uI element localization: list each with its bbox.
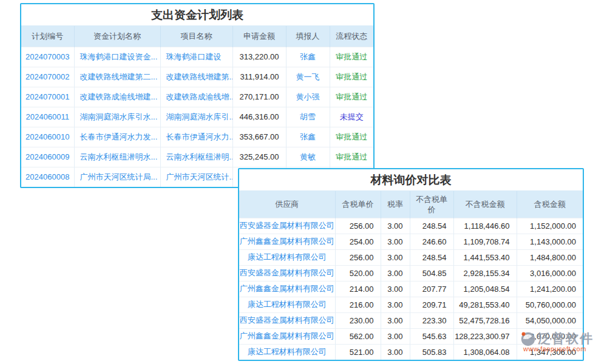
- apply-amount-cell: 325,245.00: [232, 147, 286, 167]
- quote-col-price-no-tax: 不含税单价: [410, 191, 453, 218]
- filler-cell: 胡雪: [286, 107, 330, 127]
- supplier-link[interactable]: 西安盛器金属材料有限公司: [239, 218, 335, 234]
- quote-col-rate: 税率: [381, 191, 410, 218]
- quote-table-row[interactable]: 广州鑫鑫金属材料有限公司 254.00 3.00 246.60 1,109,70…: [239, 234, 583, 249]
- supplier-link[interactable]: 广州鑫鑫金属材料有限公司: [239, 281, 335, 297]
- quote-table-row[interactable]: 康达工程材料有限公司 521.00 3.00 505.83 1,308,064.…: [239, 344, 583, 360]
- fund-plan-name-link[interactable]: 长春市伊通河水力发...: [74, 127, 160, 147]
- quote-col-amount-tax: 含税金额: [517, 191, 583, 218]
- amount-no-tax-cell: 49,281,553.40: [453, 297, 517, 312]
- price-no-tax-cell: 209.71: [410, 297, 453, 312]
- plan-table-row[interactable]: 2024060011 湖南洞庭湖水库引水... 湖南洞庭湖水库引... 446,…: [21, 107, 373, 127]
- fund-plan-name-link[interactable]: 改建铁路成渝线增建...: [74, 87, 160, 107]
- fund-plan-name-link[interactable]: 广州市天河区统计局...: [74, 167, 160, 187]
- status-cell[interactable]: 未提交: [330, 107, 373, 127]
- price-tax-cell: 521.00: [335, 344, 381, 360]
- plan-col-fund-name: 资金计划名称: [74, 26, 160, 47]
- tax-rate-cell: 3.00: [381, 312, 410, 328]
- project-name-link[interactable]: 湖南洞庭湖水库引...: [160, 107, 232, 127]
- apply-amount-cell: 313,220.00: [232, 47, 286, 67]
- tax-rate-cell: 3.00: [381, 218, 410, 234]
- supplier-link[interactable]: 康达工程材料有限公司: [239, 344, 335, 360]
- price-tax-cell: 562.00: [335, 328, 381, 344]
- plan-table-row[interactable]: 2024070003 珠海鹤港口建设资金... 珠海鹤港口建设 313,220.…: [21, 47, 373, 67]
- quote-col-supplier: 供应商: [239, 191, 335, 218]
- expenditure-plan-table-title: 支出资金计划列表: [21, 4, 373, 26]
- tax-rate-cell: 3.00: [381, 281, 410, 297]
- plan-col-project-name: 项目名称: [160, 26, 232, 47]
- price-no-tax-cell: 248.54: [410, 218, 453, 234]
- amount-no-tax-cell: 1,441,553.40: [453, 249, 517, 265]
- supplier-link[interactable]: 康达工程材料有限公司: [239, 249, 335, 265]
- filler-cell: 黄一飞: [286, 67, 330, 87]
- plan-col-filler: 填报人: [286, 26, 330, 47]
- project-name-link[interactable]: 改建铁路成渝线增...: [160, 87, 232, 107]
- tax-rate-cell: 3.00: [381, 265, 410, 281]
- plan-table-row[interactable]: 2024070001 改建铁路成渝线增建... 改建铁路成渝线增... 270,…: [21, 87, 373, 107]
- quote-table-row[interactable]: 康达工程材料有限公司 256.00 3.00 248.54 1,441,553.…: [239, 249, 583, 265]
- price-tax-cell: 254.00: [335, 234, 381, 249]
- amount-tax-cell: 50,760,000.00: [517, 297, 583, 312]
- quote-table-row[interactable]: 广州鑫鑫金属材料有限公司 562.00 3.00 545.63 128,223,…: [239, 328, 583, 344]
- status-cell[interactable]: 审批通过: [330, 67, 373, 87]
- plan-id-link[interactable]: 2024060010: [21, 127, 74, 147]
- status-cell[interactable]: 审批通过: [330, 127, 373, 147]
- amount-no-tax-cell: 1,109,708.74: [453, 234, 517, 249]
- plan-col-id: 计划编号: [21, 26, 74, 47]
- amount-no-tax-cell: 2,928,155.34: [453, 265, 517, 281]
- plan-table-row[interactable]: 2024070002 改建铁路线增建第二... 改建铁路线增建第... 311,…: [21, 67, 373, 87]
- supplier-link[interactable]: 广州鑫鑫金属材料有限公司: [239, 328, 335, 344]
- amount-tax-cell: 1,347,306.00: [517, 344, 583, 360]
- quote-table-row[interactable]: 西安盛器金属材料有限公司 520.00 3.00 504.85 2,928,15…: [239, 265, 583, 281]
- price-no-tax-cell: 246.60: [410, 234, 453, 249]
- fund-plan-name-link[interactable]: 湖南洞庭湖水库引水...: [74, 107, 160, 127]
- project-name-link[interactable]: 广州市天河区统计...: [160, 167, 232, 187]
- plan-id-link[interactable]: 2024060009: [21, 147, 74, 167]
- plan-id-link[interactable]: 2024070002: [21, 67, 74, 87]
- expenditure-plan-table-card: 支出资金计划列表 计划编号 资金计划名称 项目名称 申请金额 填报人 流程状态 …: [20, 3, 375, 188]
- plan-id-link[interactable]: 2024060008: [21, 167, 74, 187]
- plan-id-link[interactable]: 2024070003: [21, 47, 74, 67]
- plan-id-link[interactable]: 2024070001: [21, 87, 74, 107]
- supplier-link[interactable]: 西安盛器金属材料有限公司: [239, 265, 335, 281]
- amount-tax-cell: 1,152,000.00: [517, 218, 583, 234]
- plan-table-row[interactable]: 2024060010 长春市伊通河水力发... 长春市伊通河水力... 353,…: [21, 127, 373, 147]
- fund-plan-name-link[interactable]: 云南水利枢纽潜明水...: [74, 147, 160, 167]
- quote-col-amount-no-tax: 不含税金额: [453, 191, 517, 218]
- project-name-link[interactable]: 云南水利枢纽潜明...: [160, 147, 232, 167]
- price-no-tax-cell: 207.77: [410, 281, 453, 297]
- project-name-link[interactable]: 改建铁路线增建第...: [160, 67, 232, 87]
- price-no-tax-cell: 223.30: [410, 312, 453, 328]
- supplier-link[interactable]: 西安盛器金属材料有限公司: [239, 312, 335, 328]
- project-name-link[interactable]: 长春市伊通河水力...: [160, 127, 232, 147]
- quote-col-price-tax: 含税单价: [335, 191, 381, 218]
- fund-plan-name-link[interactable]: 改建铁路线增建第二...: [74, 67, 160, 87]
- amount-no-tax-cell: 128,223,300.97: [453, 328, 517, 344]
- project-name-link[interactable]: 珠海鹤港口建设: [160, 47, 232, 67]
- quote-table-row[interactable]: 西安盛器金属材料有限公司 230.00 3.00 223.30 52,475,7…: [239, 312, 583, 328]
- filler-cell: 张鑫: [286, 47, 330, 67]
- supplier-link[interactable]: 广州鑫鑫金属材料有限公司: [239, 234, 335, 249]
- fund-plan-name-link[interactable]: 珠海鹤港口建设资金...: [74, 47, 160, 67]
- plan-table-row[interactable]: 2024060009 云南水利枢纽潜明水... 云南水利枢纽潜明... 325,…: [21, 147, 373, 167]
- amount-no-tax-cell: 1,118,446.60: [453, 218, 517, 234]
- tax-rate-cell: 3.00: [381, 234, 410, 249]
- amount-tax-cell: 1,241,200.00: [517, 281, 583, 297]
- quote-table-row[interactable]: 西安盛器金属材料有限公司 256.00 3.00 248.54 1,118,44…: [239, 218, 583, 234]
- status-cell[interactable]: 审批通过: [330, 147, 373, 167]
- amount-no-tax-cell: 1,205,048.54: [453, 281, 517, 297]
- tax-rate-cell: 3.00: [381, 344, 410, 360]
- price-tax-cell: 214.00: [335, 281, 381, 297]
- apply-amount-cell: 270,171.00: [232, 87, 286, 107]
- amount-tax-cell: 1,484,800.00: [517, 249, 583, 265]
- quote-table-header-row: 供应商 含税单价 税率 不含税单价 不含税金额 含税金额: [239, 191, 583, 218]
- amount-tax-cell: 54,050,000.00: [517, 312, 583, 328]
- status-cell[interactable]: 审批通过: [330, 87, 373, 107]
- supplier-link[interactable]: 康达工程材料有限公司: [239, 297, 335, 312]
- plan-table-header-row: 计划编号 资金计划名称 项目名称 申请金额 填报人 流程状态: [21, 26, 373, 47]
- plan-id-link[interactable]: 2024060011: [21, 107, 74, 127]
- quote-table-row[interactable]: 广州鑫鑫金属材料有限公司 214.00 3.00 207.77 1,205,04…: [239, 281, 583, 297]
- quote-table-row[interactable]: 康达工程材料有限公司 216.00 3.00 209.71 49,281,553…: [239, 297, 583, 312]
- apply-amount-cell: 353,667.00: [232, 127, 286, 147]
- status-cell[interactable]: 审批通过: [330, 47, 373, 67]
